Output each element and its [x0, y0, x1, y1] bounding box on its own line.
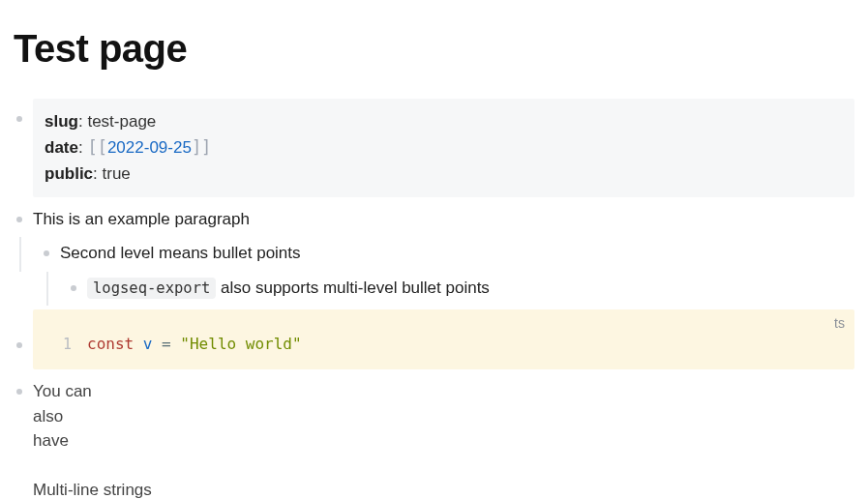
- inline-code: logseq-export: [87, 278, 216, 299]
- page-ref-close: ]]: [192, 137, 211, 157]
- fm-colon: :: [93, 164, 102, 183]
- block-text: Second level means bullet points: [60, 244, 301, 262]
- token-keyword: const: [87, 335, 134, 353]
- page-title: Test page: [14, 19, 854, 77]
- block-text-multiline: You can also have Multi-line strings: [33, 379, 854, 499]
- frontmatter-box: slug: test-page date: [[2022-09-25]] pub…: [33, 99, 854, 197]
- frontmatter-block[interactable]: slug: test-page date: [[2022-09-25]] pub…: [14, 99, 854, 197]
- frontmatter-row-slug: slug: test-page: [45, 108, 843, 134]
- code-lang-label: ts: [834, 313, 845, 334]
- token-identifier: v: [134, 335, 162, 353]
- page-ref-date[interactable]: 2022-09-25: [107, 138, 192, 157]
- thread-line: [19, 237, 21, 272]
- frontmatter-row-date: date: [[2022-09-25]]: [45, 134, 843, 161]
- page-ref-open: [[: [87, 137, 106, 157]
- fm-val-slug: test-page: [87, 112, 156, 131]
- block-bullet-l3[interactable]: logseq-export also supports multi-level …: [68, 276, 854, 301]
- block-paragraph[interactable]: This is an example paragraph: [14, 207, 854, 232]
- block-multiline[interactable]: You can also have Multi-line strings: [14, 379, 854, 499]
- fm-colon: :: [78, 112, 87, 131]
- block-code[interactable]: ts 1 const v = "Hello world": [14, 309, 854, 369]
- frontmatter-row-public: public: true: [45, 161, 843, 187]
- token-operator: =: [162, 335, 180, 353]
- fm-key-slug: slug: [45, 112, 78, 131]
- block-text: also supports multi-level bullet points: [216, 279, 490, 297]
- fm-key-public: public: [45, 164, 93, 183]
- code-line: 1 const v = "Hello world": [46, 309, 841, 356]
- block-bullet-l2[interactable]: Second level means bullet points: [41, 241, 854, 266]
- token-string: "Hello world": [180, 335, 301, 353]
- fm-key-date: date: [45, 138, 78, 157]
- code-line-number: 1: [46, 334, 72, 356]
- block-text: This is an example paragraph: [33, 210, 250, 228]
- fm-val-public: true: [103, 164, 131, 183]
- code-block[interactable]: ts 1 const v = "Hello world": [33, 309, 854, 369]
- fm-colon: :: [78, 138, 87, 157]
- thread-line: [46, 272, 48, 307]
